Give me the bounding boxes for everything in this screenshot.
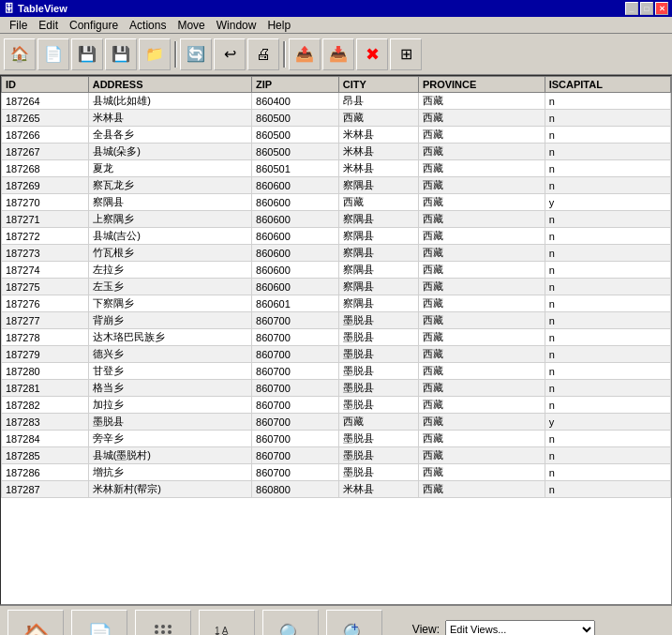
bottom-sorting-button[interactable]: 1 A 2 B Sorting (199, 610, 255, 636)
bottom-toolbar: 🏠 Home 📄 New Filter 1 A 2 B (0, 605, 672, 635)
menu-help[interactable]: Help (261, 17, 296, 34)
col-zip[interactable]: ZIP (252, 77, 339, 93)
menu-move[interactable]: Move (172, 17, 210, 34)
table-row[interactable]: 187279德兴乡860700墨脱县西藏n (2, 346, 671, 363)
table-row[interactable]: 187285县城(墨脱村)860700墨脱县西藏n (2, 447, 671, 464)
table-row[interactable]: 187276下察隅乡860601察隅县西藏n (2, 295, 671, 312)
table-row[interactable]: 187264县城(比如雄)860400昂县西藏n (2, 93, 671, 110)
cell-17-5: n (545, 380, 670, 397)
toolbar-save[interactable]: 💾 (71, 38, 103, 70)
col-address[interactable]: ADDRESS (88, 77, 251, 93)
cell-0-5: n (545, 93, 670, 110)
table-row[interactable]: 187281格当乡860700墨脱县西藏n (2, 380, 671, 397)
menubar: File Edit Configure Actions Move Window … (0, 17, 672, 34)
bottom-filter-button[interactable]: Filter (135, 610, 191, 636)
cell-2-4: 西藏 (418, 127, 545, 144)
cell-10-4: 西藏 (418, 262, 545, 279)
menu-actions[interactable]: Actions (124, 17, 172, 34)
toolbar-grid[interactable]: ⊞ (390, 38, 422, 70)
again-icon: 🔍+ (342, 623, 367, 636)
toolbar-new[interactable]: 📄 (37, 38, 69, 70)
menu-window[interactable]: Window (211, 17, 262, 34)
cell-20-3: 墨脱县 (338, 431, 418, 447)
table-row[interactable]: 187274左拉乡860600察隅县西藏n (2, 262, 671, 279)
toolbar-import[interactable]: 📥 (322, 38, 354, 70)
table-row[interactable]: 187283墨脱县860700西藏西藏y (2, 414, 671, 431)
view-select[interactable]: Edit Views... (445, 620, 595, 636)
cell-10-3: 察隅县 (338, 262, 418, 279)
cell-3-5: n (545, 144, 670, 160)
menu-file[interactable]: File (4, 17, 33, 34)
table-row[interactable]: 187265米林县860500西藏西藏n (2, 110, 671, 127)
table-row[interactable]: 187269察瓦龙乡860600察隅县西藏n (2, 177, 671, 194)
find-icon: 🔍 (278, 623, 304, 636)
toolbar-open[interactable]: 📁 (139, 38, 171, 70)
cell-4-4: 西藏 (418, 160, 545, 177)
cell-17-2: 860700 (252, 380, 339, 397)
table-row[interactable]: 187272县城(吉公)860600察隅县西藏n (2, 228, 671, 245)
cell-1-1: 米林县 (88, 110, 251, 127)
table-row[interactable]: 187287米林新村(帮宗)860800米林县西藏n (2, 481, 671, 498)
cell-21-2: 860700 (252, 447, 339, 464)
col-city[interactable]: CITY (338, 77, 418, 93)
col-province[interactable]: PROVINCE (418, 77, 545, 93)
bottom-again-button[interactable]: 🔍+ Again (326, 610, 382, 636)
cell-5-2: 860600 (252, 177, 339, 194)
toolbar-print[interactable]: 🖨 (247, 38, 279, 70)
cell-16-0: 187280 (2, 363, 89, 380)
table-row[interactable]: 187266全县各乡860500米林县西藏n (2, 127, 671, 144)
cell-4-0: 187268 (2, 160, 89, 177)
bottom-new-button[interactable]: 📄 New (71, 610, 127, 636)
table-row[interactable]: 187273竹瓦根乡860600察隅县西藏n (2, 245, 671, 262)
table-row[interactable]: 187277背崩乡860700墨脱县西藏n (2, 312, 671, 329)
minimize-button[interactable]: _ (625, 2, 638, 15)
col-id[interactable]: ID (2, 77, 89, 93)
cell-3-0: 187267 (2, 144, 89, 160)
table-row[interactable]: 187271上察隅乡860600察隅县西藏n (2, 211, 671, 228)
cell-3-2: 860500 (252, 144, 339, 160)
table-row[interactable]: 187275左玉乡860600察隅县西藏n (2, 279, 671, 295)
cell-0-0: 187264 (2, 93, 89, 110)
menu-configure[interactable]: Configure (64, 17, 124, 34)
toolbar-export[interactable]: 📤 (289, 38, 321, 70)
close-button[interactable]: ✕ (655, 2, 668, 15)
maximize-button[interactable]: □ (640, 2, 653, 15)
sorting-icon: 1 A 2 B (215, 621, 239, 636)
toolbar-refresh[interactable]: 🔄 (180, 38, 212, 70)
cell-18-2: 860700 (252, 397, 339, 414)
table-row[interactable]: 187270察隅县860600西藏西藏y (2, 194, 671, 211)
toolbar-revert[interactable]: ↩ (214, 38, 246, 70)
svg-point-4 (161, 630, 165, 634)
home-icon: 🏠 (23, 623, 49, 636)
svg-point-0 (155, 625, 158, 628)
toolbar-home[interactable]: 🏠 (4, 38, 36, 70)
cell-3-3: 米林县 (338, 144, 418, 160)
table-container[interactable]: ID ADDRESS ZIP CITY PROVINCE ISCAPITAL 1… (0, 75, 672, 605)
toolbar-delete[interactable]: ✖ (356, 38, 388, 70)
table-row[interactable]: 187286增抗乡860700墨脱县西藏n (2, 464, 671, 481)
cell-20-0: 187284 (2, 431, 89, 447)
cell-11-5: n (545, 279, 670, 295)
cell-21-5: n (545, 447, 670, 464)
cell-12-0: 187276 (2, 295, 89, 312)
table-row[interactable]: 187284旁辛乡860700墨脱县西藏n (2, 431, 671, 447)
bottom-find-button[interactable]: 🔍 Find (262, 610, 319, 636)
cell-6-2: 860600 (252, 194, 339, 211)
menu-edit[interactable]: Edit (33, 17, 64, 34)
cell-9-3: 察隅县 (338, 245, 418, 262)
cell-3-4: 西藏 (418, 144, 545, 160)
toolbar-saveas[interactable]: 💾 (105, 38, 137, 70)
cell-23-2: 860800 (252, 481, 339, 498)
cell-12-1: 下察隅乡 (88, 295, 251, 312)
table-row[interactable]: 187278达木珞巴民族乡860700墨脱县西藏n (2, 329, 671, 346)
table-row[interactable]: 187268夏龙860501米林县西藏n (2, 160, 671, 177)
col-iscapital[interactable]: ISCAPITAL (545, 77, 670, 93)
cell-7-2: 860600 (252, 211, 339, 228)
cell-23-1: 米林新村(帮宗) (88, 481, 251, 498)
table-row[interactable]: 187282加拉乡860700墨脱县西藏n (2, 397, 671, 414)
table-row[interactable]: 187267县城(朵多)860500米林县西藏n (2, 144, 671, 160)
cell-23-0: 187287 (2, 481, 89, 498)
table-row[interactable]: 187280甘登乡860700墨脱县西藏n (2, 363, 671, 380)
bottom-home-button[interactable]: 🏠 Home (7, 610, 64, 636)
cell-5-4: 西藏 (418, 177, 545, 194)
